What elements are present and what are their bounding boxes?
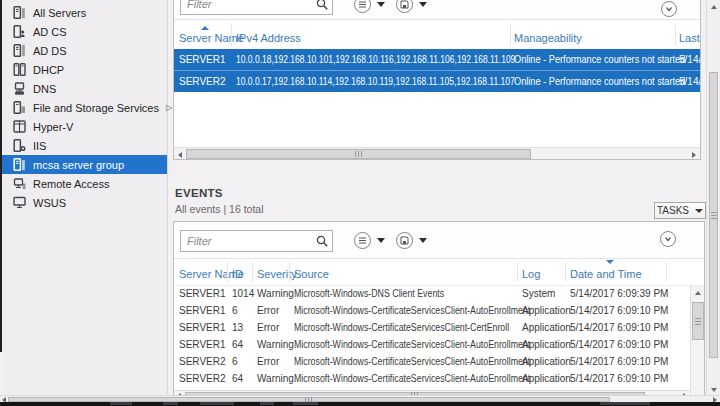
column-header-date-time[interactable]: Date and Time <box>570 268 642 280</box>
column-header-ipv4[interactable]: IPv4 Address <box>236 32 301 44</box>
sidebar-item-dhcp[interactable]: DHCP <box>2 60 167 79</box>
column-divider <box>517 262 518 282</box>
remote-access-icon <box>13 177 26 190</box>
sidebar-item-label: mcsa server group <box>33 159 124 171</box>
event-row[interactable]: SERVER2 64 Warning Microsoft-Windows-Cer… <box>174 370 690 387</box>
server-ipv4-cell: 10.0.0.17,192.168.10.114,192.168.10.119,… <box>236 71 515 92</box>
events-vertical-scrollbar[interactable] <box>690 286 705 406</box>
column-divider <box>565 262 566 282</box>
column-divider <box>289 262 290 282</box>
scroll-up-icon[interactable] <box>711 5 717 9</box>
column-header-source[interactable]: Source <box>294 268 329 280</box>
servers-icon <box>13 6 26 19</box>
event-row[interactable]: SERVER2 6 Error Microsoft-Windows-Certif… <box>174 353 690 370</box>
saved-queries-icon[interactable] <box>354 232 371 249</box>
event-datetime-cell: 5/14/2017 6:09:10 PM <box>570 302 668 319</box>
event-id-cell: 64 <box>232 370 243 387</box>
scrollbar-thumb[interactable] <box>692 302 704 340</box>
tasks-dropdown-arrow-icon <box>695 209 703 213</box>
sidebar-item-label: Remote Access <box>33 178 109 190</box>
event-log-cell: Application <box>522 302 571 319</box>
sidebar-item-file-storage-services[interactable]: File and Storage Services ▷ <box>2 98 167 117</box>
column-header-server-name[interactable]: Server Name <box>179 32 244 44</box>
event-log-cell: System <box>522 285 555 302</box>
sidebar-item-iis[interactable]: IIS <box>2 136 167 155</box>
servers-horizontal-scrollbar[interactable] <box>174 147 700 160</box>
column-header-id[interactable]: ID <box>232 268 243 280</box>
column-divider <box>675 23 676 46</box>
save-query-icon[interactable] <box>396 0 413 13</box>
sidebar-item-remote-access[interactable]: Remote Access <box>2 174 167 193</box>
column-header-last-update[interactable]: Last Up <box>679 32 701 44</box>
sidebar-item-wsus[interactable]: WSUS <box>2 193 167 212</box>
wsus-icon <box>13 196 26 209</box>
events-collapse-chevron-icon[interactable] <box>660 231 676 247</box>
server-row[interactable]: SERVER1 10.0.0.18,192.168.10.101,192.168… <box>174 49 700 70</box>
event-datetime-cell: 5/14/2017 6:09:10 PM <box>570 353 668 370</box>
event-log-cell: Application <box>522 336 571 353</box>
events-filter-box <box>180 230 333 252</box>
sidebar-item-dns[interactable]: DNS <box>2 79 167 98</box>
scrollbar-thumb[interactable] <box>186 149 531 159</box>
column-divider <box>510 23 511 46</box>
scroll-left-icon[interactable] <box>178 152 182 158</box>
scroll-right-icon[interactable] <box>692 152 696 158</box>
event-row[interactable]: SERVER1 6 Error Microsoft-Windows-Certif… <box>174 302 690 319</box>
scroll-up-icon[interactable] <box>695 291 701 295</box>
event-server-cell: SERVER2 <box>179 353 226 370</box>
taskbar[interactable] <box>0 402 720 406</box>
events-filter-input[interactable] <box>180 230 333 252</box>
save-query-dropdown-arrow[interactable] <box>419 238 427 243</box>
event-row[interactable]: SERVER1 64 Warning Microsoft-Windows-Cer… <box>174 336 690 353</box>
server-row[interactable]: SERVER2 10.0.0.17,192.168.10.114,192.168… <box>174 70 700 92</box>
servers-filter-input[interactable] <box>180 0 333 15</box>
scrollbar-grip <box>355 151 363 157</box>
save-query-dropdown-arrow[interactable] <box>419 2 427 7</box>
server-group-icon <box>13 158 26 171</box>
sidebar-item-label: DHCP <box>33 64 64 76</box>
event-server-cell: SERVER1 <box>179 319 226 336</box>
saved-queries-dropdown-arrow[interactable] <box>377 238 385 243</box>
servers-collapse-chevron-icon[interactable] <box>661 1 677 17</box>
event-severity-cell: Error <box>257 353 279 370</box>
servers-filter-box <box>180 0 333 15</box>
save-query-icon[interactable] <box>396 232 413 249</box>
event-row[interactable]: SERVER1 1014 Warning Microsoft-Windows-D… <box>174 285 690 302</box>
taskbar-window-preview <box>163 402 178 405</box>
event-id-cell: 6 <box>232 302 238 319</box>
taskbar-window-preview <box>293 402 318 405</box>
saved-queries-dropdown-arrow[interactable] <box>377 2 385 7</box>
scroll-down-icon[interactable] <box>711 388 717 392</box>
event-source-cell: Microsoft-Windows-CertificateServicesCli… <box>294 302 530 319</box>
dhcp-icon <box>13 63 26 76</box>
event-source-cell: Microsoft-Windows-CertificateServicesCli… <box>294 319 509 336</box>
column-header-manageability[interactable]: Manageability <box>514 32 582 44</box>
event-severity-cell: Error <box>257 319 279 336</box>
window-vertical-scrollbar[interactable] <box>706 0 720 406</box>
scrollbar-thumb[interactable] <box>709 72 718 358</box>
sidebar-item-hyper-v[interactable]: Hyper-V <box>2 117 167 136</box>
sidebar-item-ad-cs[interactable]: AD CS <box>2 22 167 41</box>
events-toolbar <box>174 222 704 259</box>
event-datetime-cell: 5/14/2017 6:09:10 PM <box>570 370 668 387</box>
ad-cs-icon <box>13 25 26 38</box>
event-datetime-cell: 5/14/2017 6:09:39 PM <box>570 285 668 302</box>
sidebar-item-ad-ds[interactable]: AD DS <box>2 41 167 60</box>
servers-toolbar <box>174 0 700 20</box>
sidebar-item-all-servers[interactable]: All Servers <box>2 3 167 22</box>
event-row[interactable]: SERVER1 13 Error Microsoft-Windows-Certi… <box>174 319 690 336</box>
column-header-severity[interactable]: Severity <box>257 268 297 280</box>
sidebar-item-mcsa-server-group[interactable]: mcsa server group <box>2 155 167 174</box>
sidebar-item-label: Hyper-V <box>33 121 73 133</box>
events-tasks-button[interactable]: TASKS <box>654 202 706 219</box>
sidebar-item-label: DNS <box>33 83 56 95</box>
sidebar-item-label: File and Storage Services <box>33 102 159 114</box>
event-source-cell: Microsoft-Windows-CertificateServicesCli… <box>294 370 530 387</box>
submenu-expand-arrow[interactable]: ▷ <box>166 103 172 112</box>
events-section-subtitle: All events | 16 total <box>175 203 264 215</box>
column-divider <box>666 262 667 282</box>
saved-queries-icon[interactable] <box>354 0 371 13</box>
column-header-log[interactable]: Log <box>522 268 540 280</box>
column-divider <box>252 262 253 282</box>
search-icon <box>315 234 329 248</box>
